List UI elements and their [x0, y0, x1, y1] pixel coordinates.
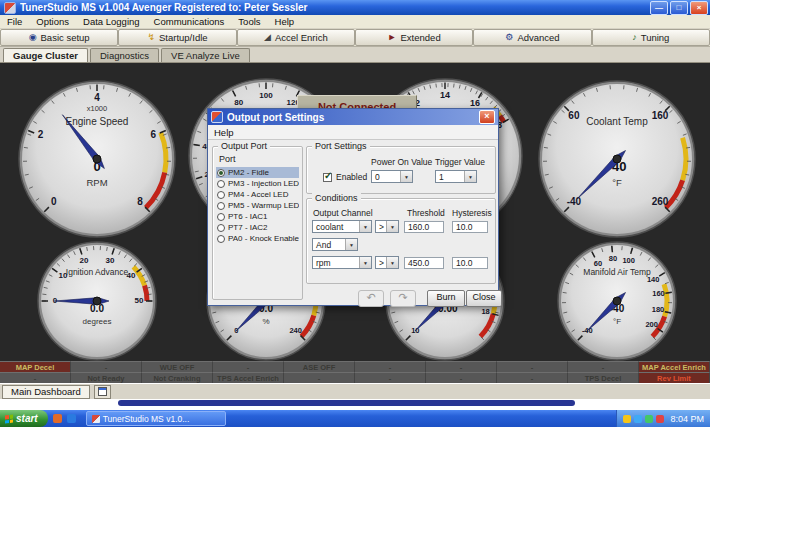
- menu-file[interactable]: File: [0, 16, 29, 27]
- chevron-down-icon: ▼: [345, 239, 357, 250]
- condition2-threshold-input[interactable]: 450.0: [404, 257, 444, 269]
- close-button[interactable]: ×: [690, 1, 708, 15]
- condition2-hysteresis-input[interactable]: 10.0: [452, 257, 488, 269]
- tray-shield-icon[interactable]: [623, 415, 631, 423]
- svg-text:260: 260: [652, 196, 669, 207]
- svg-text:160: 160: [652, 289, 665, 298]
- minimize-button[interactable]: —: [650, 1, 668, 15]
- dialog-menu-help[interactable]: Help: [214, 127, 234, 138]
- toolbar-accel-enrich[interactable]: ◢Accel Enrich: [237, 29, 355, 46]
- window-title: TunerStudio MS v1.004 Avenger Registered…: [20, 2, 308, 13]
- radio-icon: [217, 202, 225, 210]
- menu-tools[interactable]: Tools: [231, 16, 267, 27]
- condition1-threshold-input[interactable]: 160.0: [404, 221, 444, 233]
- trigger-value-label: Trigger Value: [435, 157, 485, 167]
- trigger-value-select[interactable]: 1▼: [435, 170, 477, 183]
- condition2-operator-select[interactable]: >▼: [375, 256, 399, 269]
- svg-text:2: 2: [38, 129, 44, 140]
- port-option-label: PM3 - Injection LED: [228, 179, 299, 188]
- window-titlebar[interactable]: TunerStudio MS v1.004 Avenger Registered…: [0, 0, 710, 15]
- new-dashboard-button[interactable]: [94, 385, 111, 399]
- svg-text:-40: -40: [567, 196, 582, 207]
- tab-main-dashboard[interactable]: Main Dashboard: [2, 385, 90, 399]
- redo-button[interactable]: ↷: [390, 290, 416, 307]
- toolbar-label: Accel Enrich: [275, 32, 328, 43]
- indicator-blank: -: [0, 372, 71, 383]
- port-option-pa0-knock-enable[interactable]: PA0 - Knock Enable: [216, 233, 299, 244]
- indicator-blank: -: [213, 361, 284, 372]
- port-option-pm4-accel-led[interactable]: PM4 - Accel LED: [216, 189, 299, 200]
- tray-volume-icon[interactable]: [656, 415, 664, 423]
- clock: 8:04 PM: [670, 414, 704, 424]
- condition2-channel-select[interactable]: rpm▼: [312, 256, 372, 269]
- check-icon: ✓: [324, 170, 332, 181]
- port-option-pm2-fidle[interactable]: PM2 - Fidle: [216, 167, 299, 178]
- indicator-blank: -: [355, 372, 426, 383]
- menu-options[interactable]: Options: [29, 16, 76, 27]
- toolbar-extended[interactable]: ►Extended: [355, 29, 473, 46]
- tab-diagnostics[interactable]: Diagnostics: [90, 48, 159, 62]
- svg-text:18: 18: [481, 307, 489, 316]
- port-option-label: PM5 - Warmup LED: [228, 201, 299, 210]
- tray-status-icon[interactable]: [645, 415, 653, 423]
- gauge-manifold-air-temp: -406080100140160180200Manifold Air Temp-…: [556, 240, 678, 361]
- toolbar-tuning[interactable]: ♪Tuning: [592, 29, 710, 46]
- indicator-rev-limit: Rev Limit: [639, 372, 710, 383]
- condition1-hysteresis-input[interactable]: 10.0: [452, 221, 488, 233]
- port-settings-group-title: Port Settings: [312, 141, 370, 151]
- port-option-pm3-injection-led[interactable]: PM3 - Injection LED: [216, 178, 299, 189]
- enabled-checkbox[interactable]: ✓: [323, 173, 332, 182]
- indicator-tps-decel: TPS Decel: [568, 372, 639, 383]
- port-option-label: PM4 - Accel LED: [228, 190, 288, 199]
- start-button[interactable]: start: [0, 410, 48, 427]
- tray-network-icon[interactable]: [634, 415, 642, 423]
- tab-ve-analyze-live[interactable]: VE Analyze Live: [161, 48, 250, 62]
- output-port-group-title: Output Port: [218, 141, 270, 151]
- menu-communications[interactable]: Communications: [147, 16, 232, 27]
- taskbar-task-tunerstudio[interactable]: TunerStudio MS v1.0...: [86, 411, 226, 426]
- close-dialog-button[interactable]: Close: [466, 290, 502, 307]
- indicator-tps-accel-enrich: TPS Accel Enrich: [213, 372, 284, 383]
- svg-text:6: 6: [151, 129, 157, 140]
- menu-bar: FileOptionsData LoggingCommunicationsToo…: [0, 15, 710, 29]
- undo-button[interactable]: ↶: [358, 290, 384, 307]
- burn-button[interactable]: Burn: [427, 290, 465, 307]
- gauge-ignition-advance: 01020304050Ignition Advance0.0degrees: [36, 240, 158, 361]
- port-option-pt7-iac2[interactable]: PT7 - IAC2: [216, 222, 299, 233]
- menu-data-logging[interactable]: Data Logging: [76, 16, 147, 27]
- svg-text:20: 20: [80, 256, 89, 265]
- dialog-close-button[interactable]: ×: [479, 110, 495, 124]
- tab-gauge-cluster[interactable]: Gauge Cluster: [3, 48, 88, 62]
- quicklaunch-icon-2[interactable]: [67, 414, 76, 423]
- svg-text:100: 100: [259, 91, 273, 100]
- indicator-blank: -: [71, 361, 142, 372]
- power-on-value-select[interactable]: 0▼: [371, 170, 413, 183]
- radio-icon: [217, 213, 225, 221]
- svg-text:14: 14: [440, 90, 450, 100]
- taskbar: start TunerStudio MS v1.0... 8:04 PM: [0, 410, 710, 427]
- svg-text:160: 160: [652, 110, 669, 121]
- dialog-menu-bar: Help: [208, 125, 498, 140]
- toolbar-advanced[interactable]: ⚙Advanced: [473, 29, 591, 46]
- output-port-settings-dialog: Output port Settings × Help Output Port …: [207, 108, 499, 306]
- menu-help[interactable]: Help: [268, 16, 302, 27]
- svg-text:16: 16: [470, 98, 480, 108]
- condition-join-select[interactable]: And▼: [312, 238, 358, 251]
- quicklaunch-icon-1[interactable]: [53, 414, 62, 423]
- windows-logo-icon: [5, 414, 13, 423]
- port-option-pm5-warmup-led[interactable]: PM5 - Warmup LED: [216, 200, 299, 211]
- port-option-pt6-iac1[interactable]: PT6 - IAC1: [216, 211, 299, 222]
- condition1-operator-select[interactable]: >▼: [375, 220, 399, 233]
- toolbar-label: Startup/Idle: [159, 32, 208, 43]
- dialog-titlebar[interactable]: Output port Settings ×: [208, 109, 498, 125]
- svg-text:4: 4: [94, 92, 100, 103]
- svg-text:8: 8: [137, 196, 143, 207]
- toolbar-startup-idle[interactable]: ↯Startup/Idle: [118, 29, 236, 46]
- toolbar-basic-setup[interactable]: ◉Basic setup: [0, 29, 118, 46]
- gauge-icon: ◉: [29, 33, 37, 42]
- conditions-group-title: Conditions: [312, 193, 361, 203]
- condition1-channel-select[interactable]: coolant▼: [312, 220, 372, 233]
- toolbar-label: Basic setup: [41, 32, 90, 43]
- maximize-button[interactable]: □: [670, 1, 688, 15]
- tuning-icon: ♪: [632, 33, 637, 42]
